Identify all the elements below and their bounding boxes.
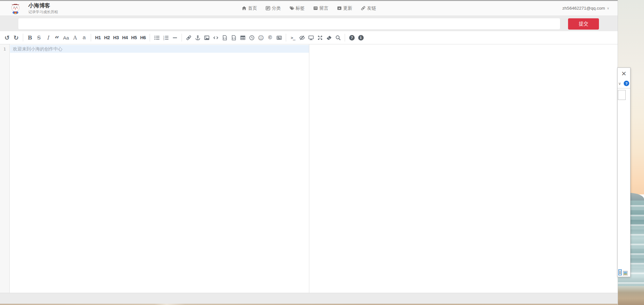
- italic-glyph: I: [47, 35, 49, 41]
- italic-button[interactable]: I: [44, 33, 52, 42]
- clear-button[interactable]: [325, 33, 333, 42]
- extension-popup: × ∨ ?: [617, 67, 630, 277]
- emoji-glyph: ☺: [258, 34, 264, 41]
- h6-glyph: H6: [140, 35, 146, 40]
- preformatted-text-button[interactable]: [220, 33, 229, 42]
- comments-icon: [313, 6, 318, 11]
- nav-item-tags[interactable]: 标签: [289, 5, 305, 11]
- editor-placeholder: 欢迎来到小海的创作中心: [13, 45, 62, 53]
- strikethrough-button[interactable]: S: [35, 33, 43, 42]
- hr-button[interactable]: [171, 33, 179, 42]
- chevron-down-icon: ∨: [607, 6, 609, 10]
- chevron-down-icon[interactable]: ∨: [618, 81, 621, 86]
- nav-item-category[interactable]: 分类: [266, 5, 281, 11]
- columns-icon: [266, 6, 270, 11]
- h2-button[interactable]: H2: [103, 33, 111, 42]
- help-button[interactable]: ?: [348, 33, 356, 42]
- goto-line-button[interactable]: >_: [289, 33, 297, 42]
- image-button[interactable]: [202, 33, 211, 42]
- list-ul-button[interactable]: [153, 33, 161, 42]
- watch-button[interactable]: [298, 33, 306, 42]
- composer-bar: 提交: [0, 15, 618, 31]
- svg-text:3: 3: [163, 38, 164, 40]
- code-button[interactable]: [211, 33, 220, 42]
- nav-label: 首页: [248, 5, 257, 11]
- line-number: 1: [0, 45, 9, 53]
- info-button[interactable]: i: [357, 33, 365, 42]
- search-button[interactable]: [334, 33, 342, 42]
- background-bottom-sliver: [0, 304, 618, 305]
- goto-line-glyph: >_: [291, 35, 295, 40]
- help-icon[interactable]: ?: [624, 81, 629, 86]
- info-glyph: i: [358, 35, 364, 40]
- table-button[interactable]: [238, 33, 247, 42]
- page: 小海博客 记录学习成长历程 首页分类标签留言更新友链 zh56462271@qq…: [0, 0, 644, 305]
- popup-spacer: [618, 100, 630, 269]
- h5-button[interactable]: H5: [130, 33, 138, 42]
- pagebreak-button[interactable]: [275, 33, 283, 42]
- h6-button[interactable]: H6: [139, 33, 147, 42]
- main-nav: 首页分类标签留言更新友链: [242, 1, 376, 15]
- line-number-gutter: 1: [0, 44, 10, 293]
- reference-link-button[interactable]: [193, 33, 202, 42]
- toolbar-divider: [23, 34, 23, 41]
- nav-item-message[interactable]: 留言: [313, 5, 329, 11]
- submit-button[interactable]: 提交: [568, 18, 599, 30]
- fullscreen-button[interactable]: [316, 33, 324, 42]
- file-code-icon: [222, 35, 228, 40]
- link-icon: [361, 6, 366, 11]
- eye-slash-icon: [299, 35, 305, 40]
- link-button[interactable]: [184, 33, 193, 42]
- uppercase-button[interactable]: A: [71, 33, 79, 42]
- list-ol-button[interactable]: 123: [162, 33, 170, 42]
- h4-button[interactable]: H4: [121, 33, 129, 42]
- bold-glyph: B: [28, 35, 32, 41]
- html-entities-button[interactable]: ©: [266, 33, 274, 42]
- monitor-icon: [308, 35, 314, 40]
- toolbar-divider: [286, 34, 286, 41]
- markdown-editor: 1 欢迎来到小海的创作中心: [0, 44, 618, 293]
- bold-button[interactable]: B: [26, 33, 34, 42]
- lowercase-button[interactable]: a: [80, 33, 88, 42]
- code-icon: [213, 35, 219, 40]
- home-icon: [242, 6, 247, 11]
- site-subtitle: 记录学习成长历程: [28, 10, 58, 14]
- content-column: 小海博客 记录学习成长历程 首页分类标签留言更新友链 zh56462271@qq…: [0, 0, 618, 305]
- preview-button[interactable]: [307, 33, 315, 42]
- nav-item-links[interactable]: 友链: [361, 5, 376, 11]
- toolbar-divider: [182, 34, 182, 41]
- quote-button[interactable]: “: [53, 33, 61, 42]
- site-avatar: [11, 3, 20, 14]
- nav-item-home[interactable]: 首页: [242, 5, 257, 11]
- user-menu[interactable]: zh56462271@qq.com ∨: [562, 1, 609, 15]
- toolbar-divider: [150, 34, 150, 41]
- undo-glyph: ↺: [5, 35, 10, 41]
- undo-button[interactable]: ↺: [3, 33, 11, 42]
- help-glyph: ?: [349, 35, 355, 40]
- post-title-input[interactable]: [18, 18, 560, 29]
- h3-button[interactable]: H3: [112, 33, 120, 42]
- ucwords-button[interactable]: Aa: [62, 33, 70, 42]
- list-ul-icon: [154, 35, 160, 40]
- list-view-icon[interactable]: [618, 269, 622, 275]
- nav-label: 分类: [272, 5, 281, 11]
- tags-icon: [289, 6, 294, 11]
- code-block-button[interactable]: [229, 33, 238, 42]
- h1-button[interactable]: H1: [94, 33, 102, 42]
- image-view-icon[interactable]: [623, 271, 628, 275]
- clock-icon: [249, 35, 255, 40]
- nav-label: 友链: [367, 5, 376, 11]
- redo-button[interactable]: ↻: [12, 33, 20, 42]
- editor-text-area[interactable]: 欢迎来到小海的创作中心: [10, 44, 309, 293]
- popup-input-field[interactable]: [618, 90, 626, 100]
- html-entities-glyph: ©: [268, 35, 272, 40]
- nav-label: 留言: [320, 5, 329, 11]
- nav-item-updates[interactable]: 更新: [337, 5, 352, 11]
- emoji-button[interactable]: ☺: [257, 33, 265, 42]
- datetime-button[interactable]: [247, 33, 256, 42]
- toolbar-divider: [91, 34, 91, 41]
- popup-controls-row: ∨ ?: [618, 80, 630, 88]
- lowercase-glyph: a: [83, 34, 86, 41]
- brand[interactable]: 小海博客 记录学习成长历程: [11, 3, 58, 14]
- close-icon[interactable]: ×: [618, 69, 630, 77]
